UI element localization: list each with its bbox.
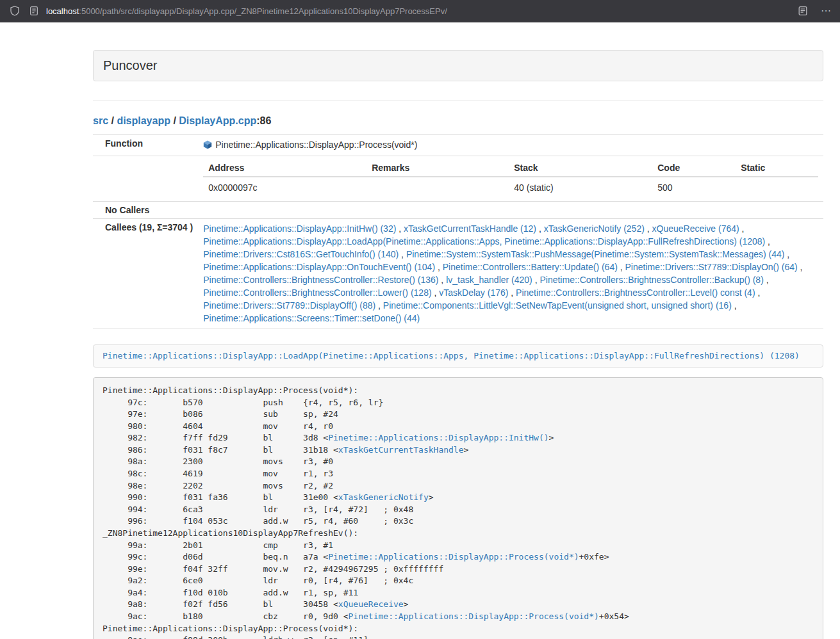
divider bbox=[93, 101, 823, 101]
callee-link[interactable]: Pinetime::Drivers::St7789::DisplayOff() … bbox=[203, 300, 375, 311]
reader-view-icon[interactable] bbox=[796, 4, 809, 17]
callees-list: Pinetime::Applications::DisplayApp::Init… bbox=[198, 219, 823, 328]
page-title: Puncover bbox=[94, 51, 823, 81]
function-label: Function bbox=[93, 135, 198, 156]
code-symbol-link[interactable]: xTaskGetCurrentTaskHandle bbox=[338, 445, 464, 455]
callee-link[interactable]: Pinetime::Controllers::BrightnessControl… bbox=[203, 287, 431, 298]
disassembly-code-block: Pinetime::Applications::DisplayApp::Proc… bbox=[93, 377, 823, 639]
selected-symbol-box: Pinetime::Applications::DisplayApp::Load… bbox=[93, 344, 823, 368]
code-symbol-link[interactable]: xTaskGenericNotify bbox=[338, 492, 429, 502]
callee-link[interactable]: Pinetime::Controllers::BrightnessControl… bbox=[539, 275, 763, 285]
symbol-table: Function Pinetime::Applications::Display… bbox=[93, 134, 823, 328]
breadcrumb-links: src / displayapp / DisplayApp.cpp bbox=[93, 115, 256, 126]
menu-icon[interactable]: ⋯ bbox=[821, 6, 832, 16]
static-header: Static bbox=[736, 159, 818, 177]
callee-link[interactable]: Pinetime::Components::LittleVgl::SetNewT… bbox=[383, 300, 732, 311]
page-icon[interactable] bbox=[28, 4, 40, 17]
page-content: Puncover src / displayapp / DisplayApp.c… bbox=[93, 50, 823, 639]
metrics-cell: Address Remarks Stack Code Static 0x0000… bbox=[198, 156, 823, 202]
remarks-value bbox=[366, 177, 509, 198]
metrics-table: Address Remarks Stack Code Static 0x0000… bbox=[203, 159, 818, 198]
no-callers-row: No Callers bbox=[93, 202, 823, 219]
metrics-data-row: 0x0000097c 40 (static) 500 bbox=[203, 177, 818, 198]
metrics-row: Address Remarks Stack Code Static 0x0000… bbox=[93, 156, 823, 202]
no-callers-label: No Callers bbox=[93, 202, 198, 219]
url-path: :5000/path/src/displayapp/DisplayApp.cpp… bbox=[79, 6, 447, 16]
shield-icon[interactable] bbox=[8, 4, 21, 17]
code-value: 500 bbox=[652, 177, 736, 198]
code-symbol-link[interactable]: Pinetime::Applications::DisplayApp::Init… bbox=[328, 433, 548, 442]
browser-toolbar: localhost:5000/path/src/displayapp/Displ… bbox=[0, 0, 840, 22]
stack-header: Stack bbox=[509, 159, 652, 177]
callee-link[interactable]: Pinetime::Applications::DisplayApp::Load… bbox=[203, 236, 765, 247]
function-cell: Pinetime::Applications::DisplayApp::Proc… bbox=[198, 135, 823, 156]
callees-label: Callees (19, Σ=3704 ) bbox=[93, 219, 198, 328]
selected-symbol-link[interactable]: Pinetime::Applications::DisplayApp::Load… bbox=[103, 351, 800, 360]
callee-link[interactable]: Pinetime::System::SystemTask::PushMessag… bbox=[406, 249, 785, 259]
callee-link[interactable]: Pinetime::Controllers::BrightnessControl… bbox=[516, 287, 755, 298]
code-symbol-link[interactable]: Pinetime::Applications::DisplayApp::Proc… bbox=[349, 611, 599, 621]
remarks-header: Remarks bbox=[366, 159, 509, 177]
address-value: 0x0000097c bbox=[203, 177, 366, 198]
code-symbol-link[interactable]: Pinetime::Applications::DisplayApp::Proc… bbox=[328, 552, 579, 562]
callee-link[interactable]: xTaskGenericNotify (252) bbox=[544, 223, 645, 234]
function-row: Function Pinetime::Applications::Display… bbox=[93, 135, 823, 156]
callee-link[interactable]: Pinetime::Applications::DisplayApp::Init… bbox=[203, 223, 396, 234]
breadcrumb-line-number: :86 bbox=[256, 115, 271, 126]
callee-link[interactable]: xTaskGetCurrentTaskHandle (12) bbox=[404, 223, 536, 234]
static-value bbox=[736, 177, 818, 198]
callee-link[interactable]: vTaskDelay (176) bbox=[439, 287, 508, 298]
callee-link[interactable]: lv_task_handler (420) bbox=[446, 275, 532, 285]
callee-link[interactable]: Pinetime::Applications::Screens::Timer::… bbox=[203, 313, 420, 323]
app-title-panel: Puncover bbox=[93, 50, 823, 81]
url-host: localhost bbox=[46, 6, 79, 16]
code-header: Code bbox=[652, 159, 736, 177]
callee-link[interactable]: Pinetime::Applications::DisplayApp::OnTo… bbox=[203, 262, 435, 272]
callee-link[interactable]: Pinetime::Drivers::Cst816S::GetTouchInfo… bbox=[203, 249, 399, 259]
toolbar-actions: ⋯ bbox=[796, 4, 832, 17]
function-type-icon bbox=[203, 140, 212, 152]
breadcrumb-link[interactable]: DisplayApp.cpp bbox=[179, 115, 256, 126]
callee-link[interactable]: Pinetime::Controllers::Battery::Update()… bbox=[443, 262, 618, 272]
url-bar[interactable]: localhost:5000/path/src/displayapp/Displ… bbox=[46, 6, 447, 16]
function-name: Pinetime::Applications::DisplayApp::Proc… bbox=[215, 140, 417, 150]
code-symbol-link[interactable]: xQueueReceive bbox=[338, 599, 404, 609]
breadcrumb-link[interactable]: displayapp bbox=[117, 115, 170, 126]
callee-link[interactable]: xQueueReceive (764) bbox=[652, 223, 739, 234]
breadcrumb-link[interactable]: src bbox=[93, 115, 108, 126]
callee-link[interactable]: Pinetime::Controllers::BrightnessControl… bbox=[203, 275, 438, 285]
address-header: Address bbox=[203, 159, 366, 177]
no-callers-cell bbox=[198, 202, 823, 219]
breadcrumb: src / displayapp / DisplayApp.cpp:86 bbox=[93, 115, 823, 127]
stack-value: 40 (static) bbox=[509, 177, 652, 198]
metrics-header-row: Address Remarks Stack Code Static bbox=[203, 159, 818, 177]
callees-row: Callees (19, Σ=3704 ) Pinetime::Applicat… bbox=[93, 219, 823, 328]
metrics-row-label bbox=[93, 156, 198, 202]
callee-link[interactable]: Pinetime::Drivers::St7789::DisplayOn() (… bbox=[625, 262, 798, 272]
